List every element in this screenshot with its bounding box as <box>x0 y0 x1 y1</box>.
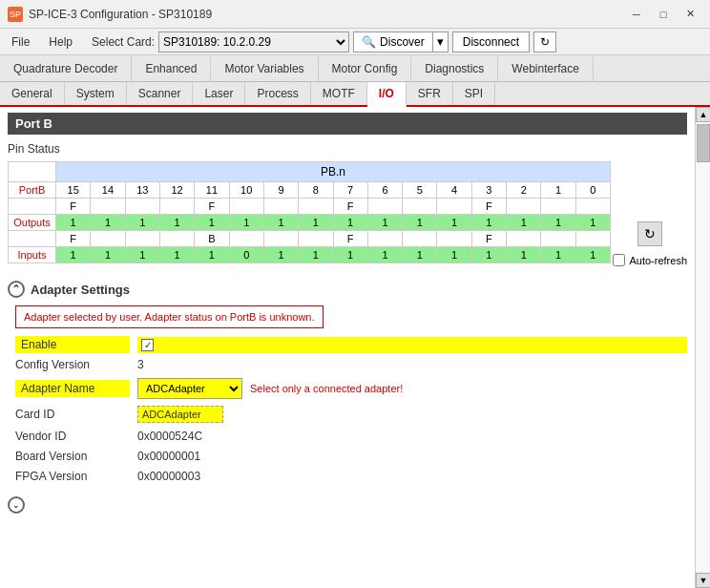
outputs-values-row: Outputs 1 1 1 1 1 1 1 1 1 1 1 1 1 1 1 <box>9 215 610 231</box>
tab-motor-config[interactable]: Motor Config <box>319 55 412 81</box>
tab-scanner[interactable]: Scanner <box>127 82 194 105</box>
outputs-flags-row: F F F F <box>9 199 610 215</box>
scrollbar: ▲ ▼ <box>695 107 710 588</box>
oflag-13 <box>126 199 160 214</box>
titlebar-controls: ─ □ ✕ <box>624 5 702 24</box>
ival-5: 1 <box>403 247 437 262</box>
tab-diagnostics[interactable]: Diagnostics <box>411 55 498 81</box>
tab-enhanced[interactable]: Enhanced <box>132 55 211 81</box>
adapter-collapse-icon[interactable]: ⌃ <box>8 281 25 298</box>
pbn-header: PB.n <box>56 162 610 181</box>
scroll-down-button[interactable]: ▼ <box>696 573 710 588</box>
pin-grid-table: PB.n PortB 15 14 13 12 11 10 9 8 7 6 5 <box>8 161 611 263</box>
enable-value <box>137 337 687 353</box>
chevron-up-icon: ⌃ <box>11 283 21 296</box>
adapter-name-select[interactable]: ADCAdapter <box>137 378 242 399</box>
oflag-2 <box>507 199 541 214</box>
adapter-settings-section: ⌃ Adapter Settings Adapter selected by u… <box>8 281 687 517</box>
oval-8: 1 <box>299 215 333 230</box>
auto-refresh-checkbox[interactable] <box>613 254 625 266</box>
pin-num-0: 0 <box>576 182 610 198</box>
oval-12: 1 <box>160 215 195 230</box>
nav-row1: Quadrature Decoder Enhanced Motor Variab… <box>0 55 710 82</box>
discover-dropdown-button[interactable]: ▾ <box>433 32 449 52</box>
portb-label: PortB <box>9 182 56 198</box>
tab-process[interactable]: Process <box>245 82 310 105</box>
pin-num-8: 8 <box>299 182 333 198</box>
disconnect-button[interactable]: Disconnect <box>452 32 530 52</box>
iflag-11: B <box>195 231 229 246</box>
oval-15: 1 <box>56 215 91 230</box>
tab-motf[interactable]: MOTF <box>311 82 367 105</box>
titlebar: SP SP-ICE-3 Configuration - SP310189 ─ □… <box>0 0 710 29</box>
scroll-thumb[interactable] <box>697 124 710 162</box>
pin-num-3: 3 <box>472 182 507 198</box>
oflag-8 <box>299 199 333 214</box>
oval-5: 1 <box>403 215 437 230</box>
content-area: Port B Pin Status PB.n PortB 15 14 13 12 <box>0 107 695 588</box>
refresh-icon-button[interactable]: ↻ <box>533 32 556 52</box>
inputs-flags-corner <box>9 231 56 246</box>
enable-checkbox[interactable] <box>141 339 154 351</box>
pin-num-14: 14 <box>91 182 125 198</box>
tab-laser[interactable]: Laser <box>193 82 245 105</box>
main-layout: Port B Pin Status PB.n PortB 15 14 13 12 <box>0 107 710 588</box>
outputs-flags-cells: F F F F <box>56 199 610 214</box>
refresh-button[interactable]: ↻ <box>637 221 662 246</box>
card-select[interactable]: SP310189: 10.2.0.29 <box>158 32 349 52</box>
config-version-value: 3 <box>137 356 687 373</box>
adapter-name-label: Adapter Name <box>15 380 130 397</box>
ival-2: 1 <box>507 247 541 262</box>
tab-spi[interactable]: SPI <box>453 82 495 105</box>
oval-2: 1 <box>507 215 541 230</box>
discover-button[interactable]: 🔍 Discover <box>353 32 433 52</box>
card-id-label: Card ID <box>15 406 130 423</box>
vendor-id-label: Vendor ID <box>15 428 130 445</box>
tab-webinterface[interactable]: Webinterface <box>498 55 593 81</box>
pin-num-1: 1 <box>541 182 575 198</box>
iflag-9 <box>264 231 299 246</box>
oflag-9 <box>264 199 299 214</box>
menu-file[interactable]: File <box>4 32 37 52</box>
ival-6: 1 <box>368 247 403 262</box>
ival-13: 1 <box>126 247 160 262</box>
maximize-button[interactable]: □ <box>651 5 676 24</box>
tab-sfr[interactable]: SFR <box>407 82 453 105</box>
minimize-button[interactable]: ─ <box>624 5 649 24</box>
chevron-down-icon: ⌄ <box>12 500 20 510</box>
card-id-input[interactable]: ADCAdapter <box>137 406 223 423</box>
oflag-11: F <box>195 199 229 214</box>
close-button[interactable]: ✕ <box>678 5 702 24</box>
tab-io[interactable]: I/O <box>367 82 407 107</box>
bottom-section-icon[interactable]: ⌄ <box>8 496 25 514</box>
iflag-15: F <box>56 231 91 246</box>
ival-1: 1 <box>541 247 575 262</box>
section-header: Port B <box>8 113 687 135</box>
oflag-0 <box>576 199 610 214</box>
iflag-12 <box>160 231 195 246</box>
board-version-label: Board Version <box>15 448 130 465</box>
iflag-6 <box>368 231 403 246</box>
iflag-0 <box>576 231 610 246</box>
oflag-1 <box>541 199 575 214</box>
tab-quadrature-decoder[interactable]: Quadrature Decoder <box>0 55 132 81</box>
tab-motor-variables[interactable]: Motor Variables <box>211 55 318 81</box>
menu-help[interactable]: Help <box>41 32 80 52</box>
ival-9: 1 <box>264 247 299 262</box>
pin-num-7: 7 <box>334 182 368 198</box>
oval-6: 1 <box>368 215 403 230</box>
tab-general[interactable]: General <box>0 82 65 105</box>
adapter-form: Enable Config Version 3 Adapter Name ADC… <box>15 336 687 485</box>
tab-system[interactable]: System <box>65 82 127 105</box>
iflag-4 <box>437 231 471 246</box>
outputs-corner <box>9 199 56 214</box>
adapter-settings-content: Adapter selected by user. Adapter status… <box>8 305 687 485</box>
pin-num-13: 13 <box>126 182 160 198</box>
outputs-values-cells: 1 1 1 1 1 1 1 1 1 1 1 1 1 1 1 1 <box>56 215 610 230</box>
oflag-5 <box>403 199 437 214</box>
scroll-up-button[interactable]: ▲ <box>696 107 710 122</box>
ival-0: 1 <box>576 247 610 262</box>
oval-10: 1 <box>230 215 264 230</box>
iflag-10 <box>230 231 264 246</box>
adapter-warning: Adapter selected by user. Adapter status… <box>15 305 324 328</box>
